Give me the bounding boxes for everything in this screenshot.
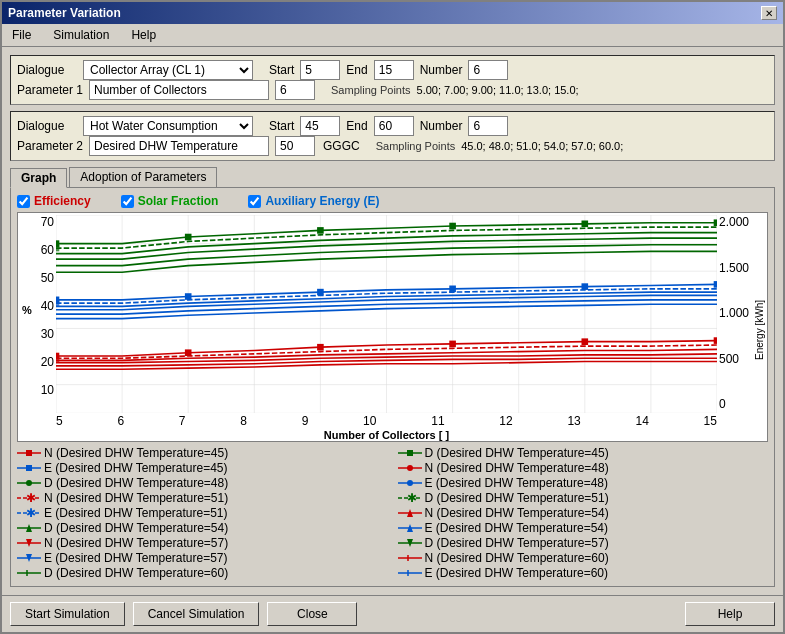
param1-start-input[interactable] bbox=[300, 60, 340, 80]
param1-start-label: Start bbox=[269, 63, 294, 77]
param1-sampling-value: 5.00; 7.00; 9.00; 11.0; 13.0; 15.0; bbox=[417, 84, 579, 96]
legend-label-9: N (Desired DHW Temperature=54) bbox=[425, 506, 609, 520]
svg-rect-33 bbox=[449, 286, 456, 293]
legend-label-7: D (Desired DHW Temperature=51) bbox=[425, 491, 609, 505]
x-tick-7: 7 bbox=[179, 414, 186, 428]
param1-number-input[interactable] bbox=[468, 60, 508, 80]
param1-line1: Dialogue Collector Array (CL 1) Start En… bbox=[17, 60, 768, 80]
y-right-tick-0: 0 bbox=[719, 397, 726, 411]
parameter2-block: Dialogue Hot Water Consumption Start End… bbox=[10, 111, 775, 161]
svg-rect-25 bbox=[185, 349, 192, 356]
menu-file[interactable]: File bbox=[6, 26, 37, 44]
close-icon[interactable]: ✕ bbox=[761, 6, 777, 20]
legend-label-11: E (Desired DHW Temperature=54) bbox=[425, 521, 609, 535]
svg-rect-30 bbox=[317, 289, 324, 296]
svg-rect-24 bbox=[56, 300, 59, 307]
param2-param-value-input[interactable] bbox=[275, 136, 315, 156]
legend-line-7: ✱ bbox=[398, 493, 422, 503]
footer-left: Start Simulation Cancel Simulation Close bbox=[10, 602, 357, 626]
y-tick-30: 30 bbox=[41, 327, 54, 341]
legend-line-4 bbox=[17, 478, 41, 488]
y-right-tick-2000: 2.000 bbox=[719, 215, 749, 229]
param2-number-label: Number bbox=[420, 119, 463, 133]
chart-svg bbox=[56, 215, 717, 413]
svg-rect-41 bbox=[26, 450, 32, 456]
svg-rect-37 bbox=[714, 337, 717, 344]
legend-item-15: N (Desired DHW Temperature=60) bbox=[398, 551, 769, 565]
x-tick-14: 14 bbox=[635, 414, 648, 428]
legend-item-12: N (Desired DHW Temperature=57) bbox=[17, 536, 388, 550]
menu-simulation[interactable]: Simulation bbox=[47, 26, 115, 44]
svg-rect-20 bbox=[56, 356, 59, 363]
auxiliary-energy-label: Auxiliary Energy (E) bbox=[265, 194, 379, 208]
graph-area: 70 60 50 40 30 20 10 % bbox=[17, 212, 768, 442]
svg-rect-39 bbox=[714, 281, 717, 288]
x-tick-15: 15 bbox=[704, 414, 717, 428]
legend-label-12: N (Desired DHW Temperature=57) bbox=[44, 536, 228, 550]
param2-end-input[interactable] bbox=[374, 116, 414, 136]
efficiency-checkbox[interactable] bbox=[17, 195, 30, 208]
legend-item-10: D (Desired DHW Temperature=54) bbox=[17, 521, 388, 535]
start-simulation-button[interactable]: Start Simulation bbox=[10, 602, 125, 626]
param1-dialogue-label: Dialogue bbox=[17, 63, 77, 77]
legend-label-15: N (Desired DHW Temperature=60) bbox=[425, 551, 609, 565]
legend-item-16: D (Desired DHW Temperature=60) bbox=[17, 566, 388, 580]
legend-line-3 bbox=[398, 463, 422, 473]
menu-help[interactable]: Help bbox=[125, 26, 162, 44]
x-tick-8: 8 bbox=[240, 414, 247, 428]
window-title: Parameter Variation bbox=[8, 6, 121, 20]
svg-rect-43 bbox=[407, 450, 413, 456]
check-auxiliary-energy: Auxiliary Energy (E) bbox=[248, 194, 379, 208]
legend-item-11: E (Desired DHW Temperature=54) bbox=[398, 521, 769, 535]
svg-rect-29 bbox=[317, 227, 324, 234]
y-tick-40: 40 bbox=[41, 299, 54, 313]
param2-param-input[interactable] bbox=[89, 136, 269, 156]
param1-end-label: End bbox=[346, 63, 367, 77]
param2-dialogue-select[interactable]: Hot Water Consumption bbox=[83, 116, 253, 136]
legend-item-8: ✱ E (Desired DHW Temperature=51) bbox=[17, 506, 388, 520]
legend-area: N (Desired DHW Temperature=45) D (Desire… bbox=[17, 446, 768, 580]
legend-line-16 bbox=[17, 568, 41, 578]
param1-end-input[interactable] bbox=[374, 60, 414, 80]
legend-line-10 bbox=[17, 523, 41, 533]
main-content: Dialogue Collector Array (CL 1) Start En… bbox=[2, 47, 783, 595]
close-button[interactable]: Close bbox=[267, 602, 357, 626]
param2-sampling-value: 45.0; 48.0; 51.0; 54.0; 57.0; 60.0; bbox=[461, 140, 623, 152]
graph-inner: 70 60 50 40 30 20 10 % bbox=[18, 213, 767, 441]
tabs-area: Graph Adoption of Parameters Efficiency … bbox=[10, 167, 775, 587]
param1-param-input[interactable] bbox=[89, 80, 269, 100]
legend-item-7: ✱ D (Desired DHW Temperature=51) bbox=[398, 491, 769, 505]
legend-line-14 bbox=[17, 553, 41, 563]
param2-start-input[interactable] bbox=[300, 116, 340, 136]
tab-graph[interactable]: Graph bbox=[10, 168, 67, 188]
legend-item-1: D (Desired DHW Temperature=45) bbox=[398, 446, 769, 460]
svg-point-51 bbox=[407, 480, 413, 486]
param1-param-value-input[interactable] bbox=[275, 80, 315, 100]
legend-item-3: N (Desired DHW Temperature=48) bbox=[398, 461, 769, 475]
svg-rect-28 bbox=[317, 344, 324, 351]
legend-label-17: E (Desired DHW Temperature=60) bbox=[425, 566, 609, 580]
legend-label-14: E (Desired DHW Temperature=57) bbox=[44, 551, 228, 565]
tab-adoption[interactable]: Adoption of Parameters bbox=[69, 167, 217, 187]
svg-text:✱: ✱ bbox=[26, 493, 36, 503]
svg-rect-32 bbox=[449, 223, 456, 230]
auxiliary-energy-checkbox[interactable] bbox=[248, 195, 261, 208]
cancel-simulation-button[interactable]: Cancel Simulation bbox=[133, 602, 260, 626]
param2-number-input[interactable] bbox=[468, 116, 508, 136]
param1-dialogue-select[interactable]: Collector Array (CL 1) bbox=[83, 60, 253, 80]
solar-fraction-checkbox[interactable] bbox=[121, 195, 134, 208]
legend-line-13 bbox=[398, 538, 422, 548]
svg-point-47 bbox=[407, 465, 413, 471]
svg-point-49 bbox=[26, 480, 32, 486]
footer: Start Simulation Cancel Simulation Close… bbox=[2, 595, 783, 632]
svg-rect-36 bbox=[581, 283, 588, 290]
legend-label-16: D (Desired DHW Temperature=60) bbox=[44, 566, 228, 580]
svg-rect-35 bbox=[581, 221, 588, 228]
svg-rect-27 bbox=[185, 293, 192, 300]
legend-line-8: ✱ bbox=[17, 508, 41, 518]
y-tick-60: 60 bbox=[41, 243, 54, 257]
svg-rect-31 bbox=[449, 341, 456, 348]
help-button[interactable]: Help bbox=[685, 602, 775, 626]
solar-fraction-label: Solar Fraction bbox=[138, 194, 219, 208]
y-tick-20: 20 bbox=[41, 355, 54, 369]
